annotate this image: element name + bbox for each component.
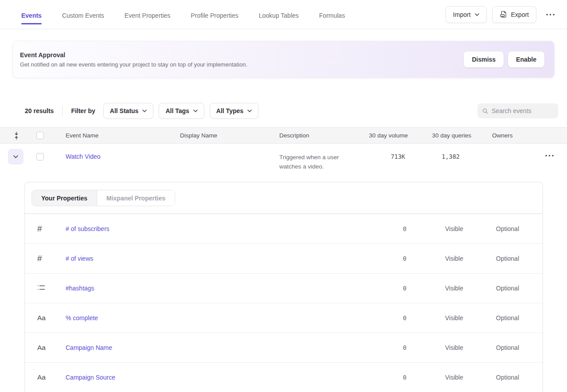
- ellipsis-icon: [545, 155, 554, 157]
- property-count: 0: [364, 285, 407, 292]
- tab-formulas[interactable]: Formulas: [319, 0, 345, 29]
- banner-title: Event Approval: [20, 51, 459, 59]
- export-label: Export: [511, 11, 529, 18]
- header-display-name: Display Name: [180, 132, 279, 139]
- header-event-name: Event Name: [66, 132, 180, 139]
- collapse-all-button[interactable]: [8, 132, 25, 140]
- tab-label: Profile Properties: [191, 12, 238, 23]
- property-requirement: Optional: [463, 225, 519, 232]
- property-visibility: Visible: [407, 314, 463, 321]
- chevron-down-icon: [193, 110, 198, 112]
- divider: [62, 106, 63, 116]
- chevron-down-icon: [247, 110, 252, 112]
- property-count: 0: [364, 374, 407, 381]
- property-link[interactable]: Campaign Source: [66, 374, 115, 381]
- text-icon: Aa: [37, 344, 66, 352]
- property-link[interactable]: # of subscribers: [66, 225, 109, 232]
- tab-mixpanel-properties[interactable]: Mixpanel Properties: [97, 190, 175, 206]
- tab-events[interactable]: Events: [21, 0, 42, 29]
- filter-by-label: Filter by: [71, 107, 95, 114]
- event-description: Triggered when a user watches a video.: [279, 153, 355, 171]
- row-checkbox[interactable]: [36, 153, 44, 161]
- property-count: 0: [364, 255, 407, 262]
- property-link[interactable]: #hashtags: [66, 285, 94, 292]
- property-link[interactable]: Campaign Name: [66, 344, 112, 351]
- tab-label: Formulas: [319, 12, 345, 23]
- chevron-down-icon: [13, 155, 18, 158]
- status-filter-dropdown[interactable]: All Status: [103, 103, 154, 119]
- property-requirement: Optional: [463, 314, 519, 321]
- csv-file-icon: csv: [500, 11, 507, 18]
- dismiss-button[interactable]: Dismiss: [464, 51, 504, 67]
- property-count: 0: [364, 314, 407, 321]
- collapse-all-icon: [14, 132, 19, 140]
- chevron-down-icon: [475, 13, 479, 16]
- export-button[interactable]: csv Export: [492, 6, 536, 23]
- search-icon: [482, 108, 488, 114]
- property-requirement: Optional: [463, 255, 519, 262]
- enable-button[interactable]: Enable: [508, 51, 544, 67]
- tab-lookup-tables[interactable]: Lookup Tables: [259, 0, 299, 29]
- active-tab-underline: [21, 23, 42, 24]
- table-header: Event Name Display Name Description 30 d…: [0, 127, 567, 144]
- property-link[interactable]: % complete: [66, 314, 98, 321]
- property-row: Aa Campaign Source 0 Visible Optional: [25, 362, 543, 392]
- tab-label: Custom Events: [62, 12, 104, 23]
- text-icon: Aa: [37, 314, 66, 322]
- tab-label: Event Properties: [125, 12, 171, 23]
- queries-value: 1,382: [408, 153, 471, 160]
- number-icon: #: [37, 224, 66, 234]
- property-visibility: Visible: [407, 374, 463, 381]
- banner-description: Get notified on all new events entering …: [20, 61, 459, 68]
- property-row: # # of subscribers 0 Visible Optional: [25, 214, 543, 243]
- property-requirement: Optional: [463, 374, 519, 381]
- list-icon: [37, 285, 45, 290]
- import-label: Import: [453, 11, 471, 18]
- property-row: Aa Campaign Name 0 Visible Optional: [25, 333, 543, 362]
- types-filter-dropdown[interactable]: All Types: [210, 103, 258, 119]
- event-row: Watch Video Triggered when a user watche…: [0, 144, 567, 177]
- tab-label: Events: [21, 12, 42, 23]
- chevron-down-icon: [142, 110, 147, 112]
- property-visibility: Visible: [407, 344, 463, 351]
- property-row: # # of views 0 Visible Optional: [25, 243, 543, 273]
- property-visibility: Visible: [407, 225, 463, 232]
- header-volume: 30 day volume: [365, 132, 408, 139]
- property-row: #hashtags 0 Visible Optional: [25, 273, 543, 303]
- properties-tab-group: Your Properties Mixpanel Properties: [31, 190, 175, 206]
- header-owners: Owners: [471, 132, 541, 139]
- event-approval-banner: Event Approval Get notified on all new e…: [12, 41, 555, 78]
- select-all-checkbox[interactable]: [36, 132, 44, 139]
- nav-tab-list: Events Custom Events Event Properties Pr…: [21, 0, 446, 29]
- ellipsis-icon: [546, 14, 555, 16]
- row-more-button[interactable]: [541, 155, 558, 157]
- tab-profile-properties[interactable]: Profile Properties: [191, 0, 238, 29]
- nav-actions: Import csv Export: [446, 0, 556, 29]
- tab-custom-events[interactable]: Custom Events: [62, 0, 104, 29]
- tab-your-properties[interactable]: Your Properties: [32, 190, 97, 206]
- import-button[interactable]: Import: [446, 6, 487, 23]
- text-icon: Aa: [37, 373, 66, 381]
- tab-label: Lookup Tables: [259, 12, 299, 23]
- results-count: 20 results: [25, 107, 54, 114]
- property-link[interactable]: # of views: [66, 255, 93, 262]
- tags-filter-dropdown[interactable]: All Tags: [159, 103, 204, 119]
- filter-toolbar: 20 results Filter by All Status All Tags…: [25, 103, 558, 119]
- property-requirement: Optional: [463, 344, 519, 351]
- top-nav: Events Custom Events Event Properties Pr…: [0, 0, 567, 29]
- more-options-button[interactable]: [544, 11, 556, 18]
- svg-text:csv: csv: [501, 15, 504, 17]
- properties-panel: Your Properties Mixpanel Properties # # …: [24, 182, 543, 392]
- property-visibility: Visible: [407, 285, 463, 292]
- tab-event-properties[interactable]: Event Properties: [125, 0, 171, 29]
- header-queries: 30 day queries: [408, 132, 471, 139]
- property-count: 0: [364, 225, 407, 232]
- event-name-link[interactable]: Watch Video: [66, 153, 101, 160]
- header-description: Description: [279, 132, 365, 139]
- property-visibility: Visible: [407, 255, 463, 262]
- search-input[interactable]: [492, 107, 553, 114]
- expand-row-button[interactable]: [8, 149, 23, 165]
- volume-value: 713K: [365, 153, 408, 160]
- property-requirement: Optional: [463, 285, 519, 292]
- number-icon: #: [37, 254, 66, 263]
